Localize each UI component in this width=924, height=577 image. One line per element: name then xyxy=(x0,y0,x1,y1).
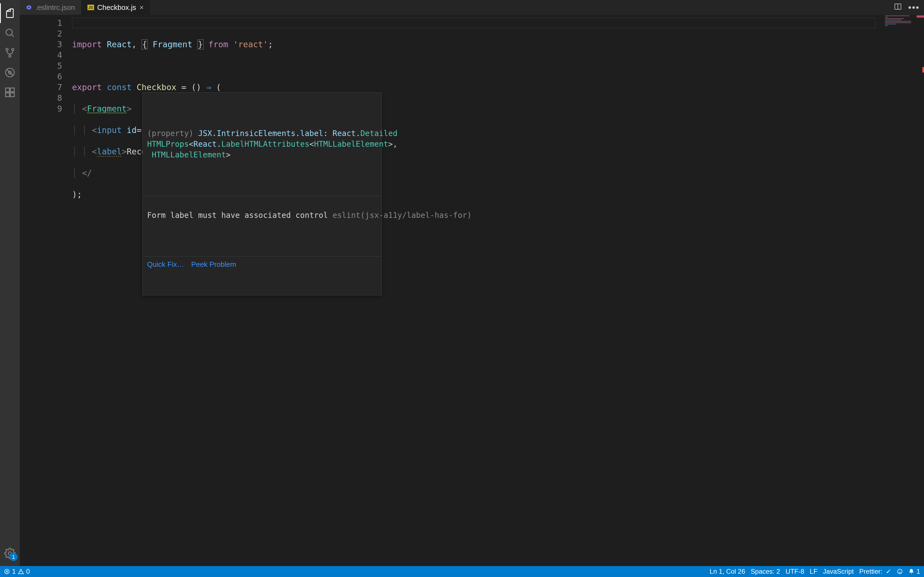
t: </ xyxy=(82,168,92,178)
search-icon[interactable] xyxy=(0,23,20,43)
t: Fragment xyxy=(153,40,192,49)
t: JSX xyxy=(198,129,212,138)
minimap[interactable] xyxy=(883,15,916,566)
line-number: 2 xyxy=(20,28,62,39)
t: > xyxy=(122,147,127,156)
t: < xyxy=(92,147,97,156)
settings-gear-icon[interactable]: 1 xyxy=(0,543,20,563)
debug-icon[interactable] xyxy=(0,63,20,82)
overview-ruler[interactable] xyxy=(916,15,924,566)
line-number: 7 xyxy=(20,82,62,93)
quick-fix-link[interactable]: Quick Fix… xyxy=(147,259,184,270)
ruler-error-mark xyxy=(922,67,924,73)
t: , xyxy=(393,140,397,149)
t: React xyxy=(333,129,355,138)
t: { xyxy=(142,39,148,50)
more-actions-icon[interactable]: ••• xyxy=(908,2,919,13)
status-eol[interactable]: LF xyxy=(810,568,817,575)
line-number: 5 xyxy=(20,60,62,71)
extensions-icon[interactable] xyxy=(0,82,20,102)
t: const xyxy=(107,82,131,92)
t: ); xyxy=(72,190,82,199)
hover-actions: Quick Fix… Peek Problem xyxy=(143,256,381,274)
t: from xyxy=(208,40,228,49)
line-number: 4 xyxy=(20,50,62,60)
t: 'react' xyxy=(233,40,268,49)
t: . xyxy=(212,129,217,138)
svg-rect-5 xyxy=(5,88,9,92)
eslint-file-icon xyxy=(26,5,32,10)
t: < xyxy=(92,125,97,135)
t: HTMLProps xyxy=(147,140,189,149)
status-encoding[interactable]: UTF-8 xyxy=(786,568,804,575)
source-control-icon[interactable] xyxy=(0,43,20,63)
peek-problem-link[interactable]: Peek Problem xyxy=(191,259,236,270)
t: ; xyxy=(268,40,273,49)
status-prettier[interactable]: Prettier: xyxy=(859,568,891,575)
editor-actions: ••• xyxy=(894,0,924,15)
line-number: 9 xyxy=(20,103,62,114)
t: import xyxy=(72,40,102,49)
t: label xyxy=(300,129,323,138)
t: > xyxy=(127,104,132,113)
split-editor-icon[interactable] xyxy=(894,2,902,13)
t: < xyxy=(189,140,194,149)
svg-point-0 xyxy=(6,29,12,35)
t: label xyxy=(97,147,121,157)
tab-eslintrc[interactable]: .eslintrc.json xyxy=(20,0,81,15)
t: Checkbox xyxy=(137,82,176,92)
t: React xyxy=(107,40,131,49)
t: > xyxy=(226,150,231,160)
line-gutter: 1 2 3 4 5 6 7 8 9 xyxy=(20,15,72,566)
status-feedback-icon[interactable] xyxy=(897,569,903,575)
tab-label: Checkbox.js xyxy=(97,3,136,12)
svg-point-2 xyxy=(11,48,14,50)
close-icon[interactable]: × xyxy=(139,3,144,12)
svg-point-1 xyxy=(6,48,8,50)
t: input xyxy=(97,125,121,135)
t: : xyxy=(323,129,333,138)
t: < xyxy=(309,140,314,149)
editor[interactable]: 1 2 3 4 5 6 7 8 9 import React, { Fragme… xyxy=(20,15,924,566)
status-cursor[interactable]: Ln 1, Col 26 xyxy=(709,568,745,575)
t: (property) xyxy=(147,129,198,138)
js-file-icon: JS xyxy=(87,5,94,10)
ruler-mark xyxy=(917,15,924,18)
t: , xyxy=(132,40,137,49)
t: IntrinsicElements xyxy=(217,129,296,138)
status-problems[interactable]: 1 0 xyxy=(4,568,30,575)
t: () xyxy=(191,82,201,92)
t: React xyxy=(194,140,217,149)
t: > xyxy=(388,140,393,149)
status-language[interactable]: JavaScript xyxy=(823,568,854,575)
status-indent[interactable]: Spaces: 2 xyxy=(751,568,780,575)
tab-label: .eslintrc.json xyxy=(35,3,75,12)
t: export xyxy=(72,82,102,92)
code-area[interactable]: import React, { Fragment } from 'react';… xyxy=(72,15,883,566)
t: . xyxy=(296,129,300,138)
t: id xyxy=(127,125,137,135)
status-notifications[interactable]: 1 xyxy=(908,568,920,575)
editor-group: .eslintrc.json JS Checkbox.js × ••• 1 2 … xyxy=(20,0,924,566)
notification-count: 1 xyxy=(917,568,920,575)
tab-bar: .eslintrc.json JS Checkbox.js × ••• xyxy=(20,0,924,15)
t: eslint(jsx-a11y/label-has-for) xyxy=(333,211,472,220)
status-bar: 1 0 Ln 1, Col 26 Spaces: 2 UTF-8 LF Java… xyxy=(0,566,924,577)
explorer-icon[interactable] xyxy=(0,3,20,23)
t: . xyxy=(356,129,360,138)
svg-point-3 xyxy=(9,55,11,57)
line-number: 1 xyxy=(20,18,62,28)
workbench: 1 .eslintrc.json JS Checkbox.js × ••• xyxy=(0,0,924,566)
svg-rect-8 xyxy=(10,88,14,92)
line-number: 8 xyxy=(20,93,62,103)
error-count: 1 xyxy=(12,568,16,575)
hover-tooltip: (property) JSX.IntrinsicElements.label: … xyxy=(142,92,382,295)
line-number: 6 xyxy=(20,71,62,82)
current-line-highlight xyxy=(72,18,876,28)
tab-checkbox[interactable]: JS Checkbox.js × xyxy=(81,0,150,15)
t: Form label must have associated control xyxy=(147,211,333,220)
hover-signature: (property) JSX.IntrinsicElements.label: … xyxy=(143,114,381,174)
svg-rect-7 xyxy=(10,93,14,97)
t: Fragment xyxy=(87,104,127,113)
svg-rect-6 xyxy=(5,93,9,97)
